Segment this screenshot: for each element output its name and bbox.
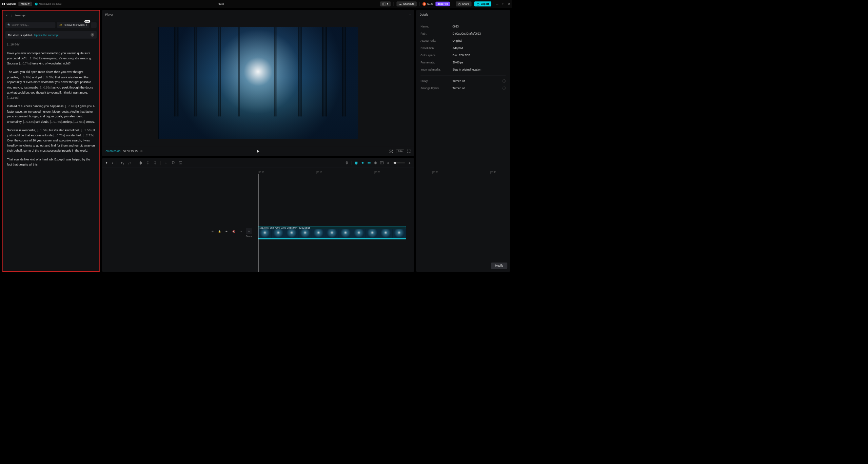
- cover-button[interactable]: Cover: [244, 228, 254, 237]
- align-tool[interactable]: [374, 161, 377, 165]
- current-time: 00:00:00:00: [106, 150, 121, 153]
- svg-rect-2: [399, 3, 402, 5]
- autosave-status: ✓ Auto saved: 15:49:03: [35, 2, 62, 5]
- user-account[interactable]: C C...5: [422, 2, 433, 6]
- remove-filler-button[interactable]: ✨ Remove filler words ▾ Free: [57, 22, 90, 28]
- transcript-body[interactable]: [...16.84s] Have you ever accomplished s…: [3, 41, 100, 271]
- modify-button[interactable]: Modify: [491, 263, 507, 269]
- transcript-panel: ✕ | Transcript 🔍 Search for key... ✨ Rem…: [2, 10, 100, 272]
- zoom-slider[interactable]: [393, 162, 405, 163]
- selection-tool[interactable]: [105, 161, 108, 165]
- list-icon[interactable]: ▤: [140, 150, 142, 153]
- svg-rect-8: [179, 161, 182, 164]
- crop-tool[interactable]: [164, 161, 168, 165]
- player-panel: Player ≡: [102, 10, 414, 156]
- scan-icon[interactable]: [389, 150, 393, 153]
- play-button[interactable]: [256, 150, 260, 153]
- free-badge: Free: [84, 20, 90, 23]
- chevron-down-icon: ▾: [28, 2, 29, 5]
- detail-name: 0623: [453, 25, 459, 28]
- check-icon: ✓: [35, 2, 38, 5]
- detail-imported-media: Stay in original location: [453, 68, 481, 71]
- snap-tool[interactable]: [367, 161, 371, 165]
- duration: 00:00:25:15: [123, 150, 138, 153]
- preview-tool[interactable]: [380, 161, 384, 165]
- layout-button[interactable]: ▾: [380, 1, 391, 6]
- trim-right-tool[interactable]: [153, 161, 157, 165]
- avatar: C: [422, 2, 426, 6]
- marker-tool[interactable]: [172, 161, 175, 165]
- app-logo: CapCut: [2, 2, 16, 5]
- share-button[interactable]: Share: [456, 1, 471, 6]
- more-button[interactable]: ⋯: [91, 22, 97, 28]
- zoom-out-button[interactable]: ⊖: [387, 161, 390, 165]
- svg-rect-11: [368, 162, 369, 163]
- fullscreen-button[interactable]: [407, 150, 410, 153]
- shortcuts-button[interactable]: Shortcuts: [396, 1, 417, 6]
- chevron-down-icon: ▾: [86, 24, 87, 26]
- player-menu-button[interactable]: ≡: [409, 13, 411, 16]
- svg-rect-3: [399, 4, 401, 5]
- zoom-in-button[interactable]: ⊕: [408, 161, 411, 165]
- app-name: CapCut: [6, 2, 16, 5]
- export-button[interactable]: Export: [474, 1, 491, 6]
- details-panel: Details Name:0623 Path:D:/CapCut Drafts/…: [416, 10, 510, 272]
- detail-framerate: 30.00fps: [453, 61, 463, 64]
- magnet-tool[interactable]: [354, 161, 358, 165]
- svg-rect-12: [369, 162, 371, 163]
- detail-aspect: Original: [453, 39, 462, 42]
- wand-icon: ✨: [59, 24, 62, 26]
- timeline-ruler[interactable]: |00:00 |00:10 |00:20 |00:30 |00:40 |00:5…: [102, 168, 414, 174]
- update-transcript-link[interactable]: Update the transcript.: [34, 33, 59, 36]
- close-transcript-button[interactable]: ✕: [6, 14, 8, 17]
- close-notice-button[interactable]: ✕: [91, 33, 94, 37]
- video-clip[interactable]: 16178477-uhd_4096_2160_25fps.mp4 00:00:2…: [258, 226, 406, 239]
- chevron-down-icon[interactable]: ▾: [112, 161, 113, 164]
- detail-layers: Turned on: [453, 86, 465, 90]
- minimize-button[interactable]: —: [496, 2, 498, 5]
- redo-button[interactable]: [128, 161, 132, 165]
- svg-rect-1: [382, 2, 384, 5]
- track-mute-icon[interactable]: 🔇: [232, 230, 235, 233]
- detail-proxy: Turned off: [453, 79, 465, 82]
- menu-button[interactable]: Menu ▾: [18, 2, 32, 6]
- chevron-down-icon: ▾: [387, 2, 388, 5]
- detail-colorspace: Rec. 709 SDR: [453, 54, 471, 57]
- mic-button[interactable]: [345, 161, 349, 165]
- info-icon[interactable]: i: [502, 86, 506, 90]
- undo-button[interactable]: [121, 161, 124, 165]
- panel-title: Details: [416, 10, 510, 19]
- track-collapse-icon[interactable]: ⊟: [212, 230, 214, 233]
- svg-point-6: [391, 151, 392, 152]
- search-input[interactable]: 🔍 Search for key...: [5, 22, 55, 28]
- update-transcript-notice: The video is updated. Update the transcr…: [5, 31, 97, 38]
- svg-rect-7: [165, 162, 167, 164]
- trim-left-tool[interactable]: [146, 161, 150, 165]
- close-button[interactable]: ✕: [508, 2, 510, 5]
- image-tool[interactable]: [179, 161, 182, 165]
- link-tool[interactable]: [361, 161, 364, 165]
- track-more-icon[interactable]: ⋯: [240, 230, 242, 233]
- svg-rect-9: [347, 161, 347, 163]
- search-icon: 🔍: [7, 24, 11, 26]
- detail-path: D:/CapCut Drafts/0623: [453, 32, 481, 35]
- detail-resolution: Adapted: [453, 46, 463, 50]
- maximize-button[interactable]: ▢: [502, 2, 504, 5]
- track-visibility-icon[interactable]: 👁: [225, 230, 228, 233]
- panel-title: Player: [105, 13, 113, 16]
- panel-title: Transcript: [15, 14, 25, 17]
- split-tool[interactable]: [139, 161, 142, 165]
- svg-rect-10: [362, 162, 363, 164]
- playhead[interactable]: [258, 174, 258, 272]
- video-preview[interactable]: [102, 19, 414, 147]
- timeline-panel: ▾: [102, 158, 414, 272]
- ratio-button[interactable]: Ratio: [396, 150, 404, 153]
- join-pro-button[interactable]: Join Pro: [435, 2, 450, 6]
- timeline-tracks[interactable]: ⊟ 🔒 👁 🔇 ⋯ Cover: [102, 174, 414, 272]
- topbar: CapCut Menu ▾ ✓ Auto saved: 15:49:03 062…: [0, 0, 512, 8]
- track-lock-icon[interactable]: 🔒: [218, 230, 221, 233]
- info-icon[interactable]: i: [502, 79, 506, 82]
- project-title[interactable]: 0623: [64, 2, 377, 5]
